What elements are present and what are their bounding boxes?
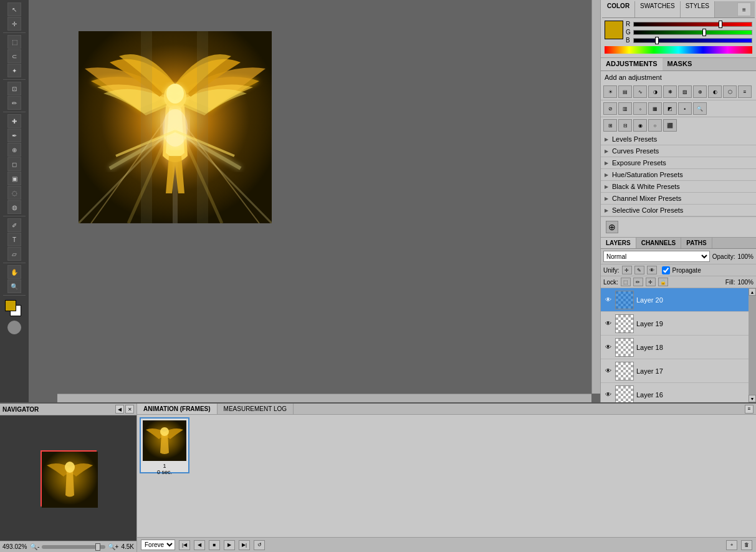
layer-item-19[interactable]: 👁 Layer 19 [601,312,749,336]
preset-item-curves[interactable]: ▶ Curves Presets [601,145,756,157]
r-slider-thumb[interactable] [719,21,722,28]
nav-zoom-thumb[interactable] [95,543,100,551]
adj-icon-channelmixer[interactable]: ≡ [738,85,752,98]
adj-icon-gradientmap[interactable]: ▦ [648,102,662,115]
quick-mask-btn[interactable] [7,321,21,334]
adj-icon-bw[interactable]: ◐ [708,85,722,98]
tab-paths[interactable]: PATHS [681,238,712,248]
tab-styles[interactable]: STYLES [681,1,715,17]
tool-eyedropper[interactable]: ✏ [7,96,21,110]
tool-shape[interactable]: ▱ [7,247,21,261]
unify-pos-btn[interactable]: ✛ [622,266,632,274]
adj-icon-exposure[interactable]: ◑ [648,85,662,98]
tab-color[interactable]: COLOR [602,1,635,17]
adj-icon-posterize[interactable]: ▥ [618,102,632,115]
layer-item-20[interactable]: 👁 Layer 20 [601,288,749,312]
navigator-close-btn[interactable]: ✕ [125,405,134,414]
anim-next-btn[interactable]: ▶| [239,540,250,550]
adj-icon-threshold[interactable]: ⬦ [633,102,647,115]
anim-play-btn[interactable]: ▶ [224,540,235,550]
new-adjustment-btn[interactable]: ⊕ [606,221,618,233]
tab-measurement-log[interactable]: MEASUREMENT LOG [218,404,294,414]
adj-icon-eye[interactable]: ◉ [633,119,647,132]
layer-eye-18[interactable]: 👁 [603,342,613,352]
adj-icon-search2[interactable]: ⬛ [663,119,677,132]
adj-icon-brightness[interactable]: ☀ [603,85,617,98]
foreground-color-box[interactable] [5,300,16,311]
preset-item-blackwhite[interactable]: ▶ Black & White Presets [601,181,756,193]
lock-all-btn[interactable]: 🔒 [658,278,668,286]
adj-icon-curves[interactable]: ∿ [633,85,647,98]
adj-icon-selective[interactable]: ◩ [663,102,677,115]
layer-item-16[interactable]: 👁 Layer 16 [601,383,749,402]
adj-icon-search[interactable]: 🔍 [693,102,707,115]
nav-zoom-slider[interactable] [42,545,105,549]
color-swatch[interactable] [605,21,623,39]
lock-trans-btn[interactable]: ⬚ [621,278,631,286]
layer-eye-16[interactable]: 👁 [603,390,613,400]
tool-hand[interactable]: ✋ [7,265,21,279]
propagate-checkbox[interactable] [662,266,670,274]
tool-dodge[interactable]: ◍ [7,200,21,214]
layer-eye-19[interactable]: 👁 [603,319,613,329]
anim-stop-btn[interactable]: ■ [209,540,220,550]
tool-pen[interactable]: ✐ [7,218,21,232]
anim-prev-btn[interactable]: ◀ [194,540,205,550]
anim-first-btn[interactable]: |◀ [179,540,190,550]
blend-mode-select[interactable]: Normal [603,251,710,262]
tool-blur[interactable]: ◌ [7,186,21,200]
preset-item-selectivecolor[interactable]: ▶ Selective Color Presets [601,205,756,216]
navigator-collapse-btn[interactable]: ◀ [115,405,124,414]
layers-scroll-thumb[interactable] [749,296,756,395]
adj-icon-vibrance[interactable]: ❋ [663,85,677,98]
anim-delete-frame-btn[interactable]: 🗑 [741,540,752,550]
layer-item-17[interactable]: 👁 Layer 17 [601,359,749,383]
tool-move[interactable]: ✛ [7,17,21,31]
tab-animation-frames[interactable]: ANIMATION (FRAMES) [137,404,218,414]
adj-icon-hsl[interactable]: ▨ [678,85,692,98]
tool-eraser[interactable]: ◻ [7,157,21,171]
layers-scroll-down[interactable]: ▼ [749,395,756,402]
canvas-vscrollbar[interactable] [591,0,600,394]
nav-zoom-in-btn[interactable]: 🔍+ [108,543,119,550]
tab-swatches[interactable]: SWATCHES [635,1,681,17]
preset-item-levels[interactable]: ▶ Levels Presets [601,133,756,145]
r-slider-track[interactable] [633,22,752,27]
adj-icon-invert[interactable]: ⊘ [603,102,617,115]
color-panel-options[interactable]: ≡ [737,2,751,16]
animation-frame-1[interactable]: 1 0 sec. [140,417,189,473]
b-slider-thumb[interactable] [655,37,659,44]
tool-lasso[interactable]: ⊂ [7,49,21,63]
tool-gradient[interactable]: ▣ [7,172,21,185]
tool-clone[interactable]: ⊕ [7,143,21,157]
preset-item-channelmixer[interactable]: ▶ Channel Mixer Presets [601,193,756,205]
tab-channels[interactable]: CHANNELS [636,238,682,248]
tool-magic-wand[interactable]: ✦ [7,64,21,77]
tool-marquee[interactable]: ⬚ [7,35,21,49]
layer-item-18[interactable]: 👁 Layer 18 [601,336,749,359]
canvas-hscrollbar[interactable] [57,394,591,402]
b-slider-track[interactable] [633,38,752,43]
unify-brush-btn[interactable]: ✎ [634,266,644,274]
tool-brush[interactable]: ✒ [7,128,21,142]
adj-icon-link[interactable]: ⊞ [603,119,617,132]
preset-item-huesat[interactable]: ▶ Hue/Saturation Presets [601,169,756,181]
g-slider-thumb[interactable] [702,29,706,36]
g-slider-track[interactable] [633,30,752,35]
tool-text[interactable]: T [7,233,21,246]
nav-zoom-out-btn[interactable]: 🔍- [30,543,39,550]
layers-scroll-up[interactable]: ▲ [749,288,756,296]
loop-select[interactable]: Forever Once 3 Times [141,540,175,550]
unify-visibility-btn[interactable]: 👁 [647,266,657,274]
tool-zoom[interactable]: 🔍 [7,279,21,293]
anim-add-frame-btn[interactable]: + [726,540,737,550]
tab-masks[interactable]: MASKS [663,58,697,70]
layers-vscrollbar[interactable]: ▲ ▼ [749,288,756,402]
tool-arrow[interactable]: ↖ [7,2,21,16]
adj-icon-levels[interactable]: ▤ [618,85,632,98]
adj-icon-circle[interactable]: ○ [648,119,662,132]
layer-eye-20[interactable]: 👁 [603,295,613,305]
color-spectrum[interactable] [605,46,752,54]
tab-layers[interactable]: LAYERS [601,238,636,248]
adj-icon-unlink[interactable]: ⊟ [618,119,632,132]
